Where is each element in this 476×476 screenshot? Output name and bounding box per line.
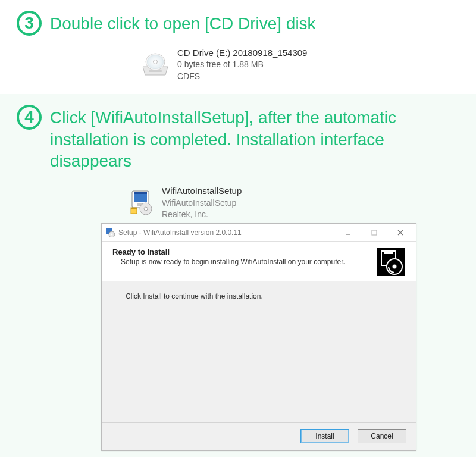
cd-drive-space: 0 bytes free of 1.88 MB	[177, 59, 307, 71]
install-button[interactable]: Install	[300, 429, 349, 443]
cd-drive-text: CD Drive (E:) 20180918_154309 0 bytes fr…	[177, 46, 307, 82]
installer-file-icon	[130, 190, 155, 215]
dialog-app-icon	[105, 228, 115, 237]
cd-drive-name: CD Drive (E:) 20180918_154309	[177, 46, 307, 59]
svg-point-14	[111, 233, 113, 235]
dialog-titlebar: Setup - WifiAutoInstall version 2.0.0.11	[102, 224, 416, 242]
svg-rect-6	[134, 192, 147, 194]
installer-file-text: WifiAutoInstallSetup WifiAutoInstallSetu…	[162, 185, 242, 220]
installer-disc-icon	[377, 248, 405, 276]
setup-dialog: Setup - WifiAutoInstall version 2.0.0.11…	[101, 223, 416, 451]
dialog-subheading: Setup is now ready to begin installing W…	[112, 258, 371, 266]
step-4-text: Click [WifiAutoInstallSetup], after the …	[50, 105, 459, 172]
installer-file-vendor: Realtek, Inc.	[162, 209, 242, 220]
step-4-row: 4 Click [WifiAutoInstallSetup], after th…	[17, 105, 459, 172]
svg-rect-3	[149, 70, 162, 72]
minimize-button[interactable]	[335, 224, 361, 241]
svg-rect-21	[384, 252, 393, 254]
cd-drive-icon	[142, 52, 169, 76]
dialog-title: Setup - WifiAutoInstall version 2.0.0.11	[118, 228, 335, 237]
svg-point-9	[144, 207, 148, 211]
svg-rect-11	[131, 208, 137, 209]
dialog-body: Click Install to continue with the insta…	[102, 281, 416, 423]
dialog-body-text: Click Install to continue with the insta…	[126, 292, 399, 300]
window-buttons	[335, 224, 414, 241]
step-4-badge: 4	[17, 105, 42, 130]
cd-drive-fs: CDFS	[177, 71, 307, 83]
step-3-row: 3 Double click to open [CD Drive] disk	[17, 11, 459, 36]
installer-file-name: WifiAutoInstallSetup	[162, 185, 242, 197]
dialog-button-row: Install Cancel	[102, 423, 416, 450]
cd-drive-item[interactable]: CD Drive (E:) 20180918_154309 0 bytes fr…	[142, 46, 459, 82]
svg-point-2	[154, 60, 158, 64]
dialog-header: Ready to Install Setup is now ready to b…	[102, 242, 416, 281]
svg-rect-16	[372, 230, 377, 235]
step-4-section: 4 Click [WifiAutoInstallSetup], after th…	[0, 94, 476, 457]
dialog-heading: Ready to Install	[112, 248, 371, 256]
step-3-text: Double click to open [CD Drive] disk	[50, 11, 316, 35]
step-3-section: 3 Double click to open [CD Drive] disk	[0, 0, 476, 94]
dialog-header-text: Ready to Install Setup is now ready to b…	[112, 248, 371, 266]
cancel-button[interactable]: Cancel	[358, 429, 406, 443]
close-button[interactable]	[387, 224, 414, 241]
installer-file-desc: WifiAutoInstallSetup	[162, 198, 242, 209]
step-3-badge: 3	[17, 11, 42, 36]
svg-point-23	[393, 265, 397, 269]
maximize-button[interactable]	[361, 224, 387, 241]
installer-file-item[interactable]: WifiAutoInstallSetup WifiAutoInstallSetu…	[130, 185, 459, 220]
